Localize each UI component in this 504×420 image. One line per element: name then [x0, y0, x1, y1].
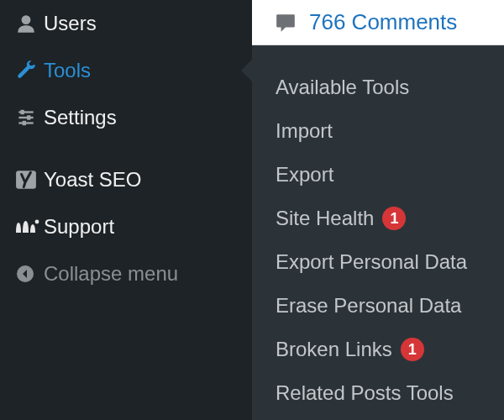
active-arrow: [241, 59, 253, 82]
sidebar-item-yoast[interactable]: Yoast SEO: [0, 156, 252, 203]
submenu-broken-links[interactable]: Broken Links 1: [276, 328, 504, 371]
sidebar-gap: [0, 141, 252, 156]
submenu-available-tools[interactable]: Available Tools: [276, 66, 504, 109]
comments-link[interactable]: 766 Comments: [309, 9, 457, 35]
support-icon: [15, 218, 44, 236]
sidebar-item-settings[interactable]: Settings: [0, 94, 252, 141]
submenu-label: Import: [276, 119, 333, 143]
comments-bar[interactable]: 766 Comments: [252, 0, 504, 45]
comment-icon: [274, 12, 297, 34]
tools-submenu: Available Tools Import Export Site Healt…: [252, 45, 504, 420]
sidebar-item-label: Collapse menu: [44, 262, 178, 286]
sidebar-item-label: Users: [44, 12, 97, 35]
sidebar-item-label: Yoast SEO: [44, 168, 142, 192]
submenu-label: Erase Personal Data: [276, 294, 461, 318]
submenu-export-personal-data[interactable]: Export Personal Data: [276, 240, 504, 284]
submenu-import[interactable]: Import: [276, 109, 504, 153]
sidebar-item-users[interactable]: Users: [0, 0, 252, 47]
svg-point-0: [22, 15, 31, 24]
notification-badge: 1: [401, 338, 424, 361]
svg-rect-6: [23, 121, 26, 125]
users-icon: [15, 13, 44, 34]
submenu-export[interactable]: Export: [276, 153, 504, 197]
submenu-label: Export: [276, 163, 333, 186]
sidebar-item-support[interactable]: Support: [0, 203, 252, 250]
submenu-site-health[interactable]: Site Health 1: [276, 197, 504, 240]
submenu-erase-personal-data[interactable]: Erase Personal Data: [276, 284, 504, 328]
notification-badge: 1: [382, 207, 406, 230]
sliders-icon: [15, 107, 44, 129]
submenu-label: Broken Links: [276, 338, 392, 361]
right-panel: 766 Comments Available Tools Import Expo…: [252, 0, 504, 420]
sidebar-item-tools[interactable]: Tools: [0, 47, 252, 94]
sidebar-item-label: Tools: [44, 59, 91, 82]
svg-rect-5: [27, 115, 30, 119]
yoast-icon: [15, 169, 44, 191]
svg-rect-4: [21, 110, 24, 114]
svg-point-8: [35, 220, 39, 224]
admin-sidebar: Users Tools Settings: [0, 0, 252, 420]
sidebar-item-label: Support: [44, 215, 114, 239]
sidebar-item-label: Settings: [44, 106, 117, 129]
submenu-label: Site Health: [276, 207, 374, 230]
wrench-icon: [15, 60, 44, 81]
submenu-related-posts-tools[interactable]: Related Posts Tools: [276, 371, 504, 415]
submenu-label: Export Personal Data: [276, 250, 467, 274]
submenu-label: Related Posts Tools: [276, 381, 454, 405]
sidebar-item-collapse[interactable]: Collapse menu: [0, 250, 252, 297]
collapse-icon: [15, 264, 44, 284]
submenu-label: Available Tools: [276, 76, 409, 99]
